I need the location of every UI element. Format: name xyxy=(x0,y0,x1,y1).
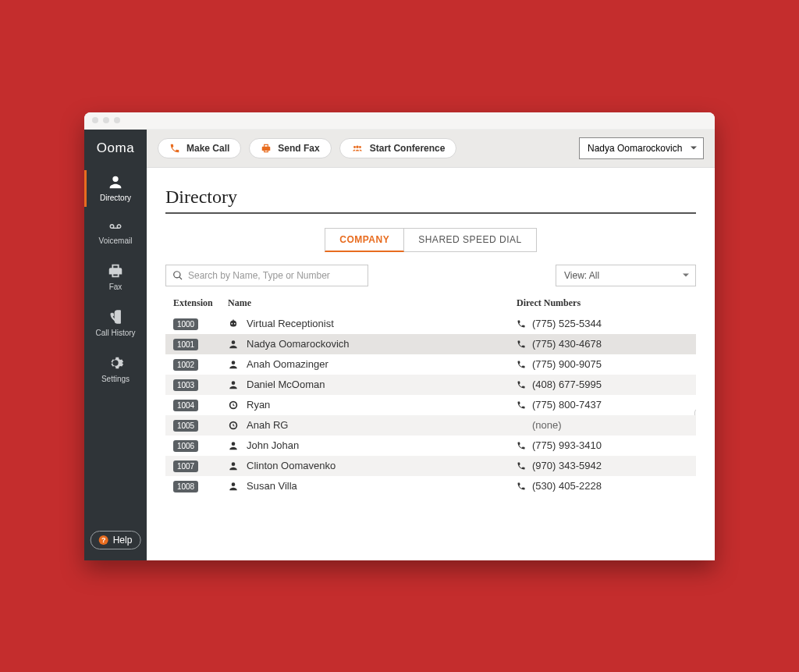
help-label: Help xyxy=(113,535,133,546)
view-filter-dropdown[interactable]: View: All xyxy=(556,265,696,286)
number-cell: (775) 900-9075 xyxy=(517,358,696,370)
name-cell: Virtual Receptionist xyxy=(228,318,517,329)
contact-name: Clinton Oomavenko xyxy=(247,460,336,471)
col-direct-numbers: Direct Numbers xyxy=(517,297,696,309)
fax-icon xyxy=(107,262,124,279)
person-icon xyxy=(228,339,239,350)
extension-badge: 1004 xyxy=(173,400,198,411)
search-icon xyxy=(172,270,183,281)
tab-company[interactable]: COMPANY xyxy=(325,228,404,252)
col-extension: Extension xyxy=(173,297,228,309)
contact-name: Nadya Oomarockovich xyxy=(247,338,350,350)
phone-number: (408) 677-5995 xyxy=(532,379,602,390)
contact-name: Virtual Receptionist xyxy=(247,318,334,329)
tab-shared-speed-dial[interactable]: SHARED SPEED DIAL xyxy=(404,228,537,252)
content: Directory COMPANY SHARED SPEED DIAL View… xyxy=(147,168,715,560)
button-label: Make Call xyxy=(186,143,229,154)
window-titlebar xyxy=(84,112,715,130)
contact-name: John Johan xyxy=(247,439,299,451)
name-cell: John Johan xyxy=(228,439,517,451)
phone-number: (none) xyxy=(532,419,562,431)
sidebar-item-label: Directory xyxy=(100,194,131,202)
gear-icon xyxy=(107,354,124,372)
sidebar-item-directory[interactable]: Directory xyxy=(84,165,147,212)
table-row[interactable]: 1000Virtual Receptionist(775) 525-5344 xyxy=(165,314,696,334)
table-row[interactable]: 1002Anah Oomazinger(775) 900-9075 xyxy=(165,354,696,375)
call-history-icon xyxy=(107,308,124,325)
phone-icon xyxy=(517,360,526,369)
extension-badge: 1005 xyxy=(173,420,198,432)
user-name: Nadya Oomarockovich xyxy=(588,143,682,154)
contact-name: Daniel McOoman xyxy=(247,379,325,390)
phone-number: (775) 993-3410 xyxy=(532,439,602,451)
extension-badge: 1003 xyxy=(173,379,198,391)
directory-tabs: COMPANY SHARED SPEED DIAL xyxy=(165,228,696,252)
table-header: Extension Name Direct Numbers xyxy=(165,294,696,314)
traffic-light-dot xyxy=(114,117,120,123)
directory-table: Extension Name Direct Numbers Call 1000V… xyxy=(165,294,696,560)
phone-icon xyxy=(517,461,526,471)
sidebar-item-label: Call History xyxy=(95,329,135,337)
phone-icon xyxy=(517,400,526,410)
sidebar-item-label: Voicemail xyxy=(99,236,133,245)
number-cell: (775) 800-7437 xyxy=(517,399,696,411)
filter-row: View: All xyxy=(165,265,696,286)
ring-icon xyxy=(228,400,239,411)
name-cell: Nadya Oomarockovich xyxy=(228,338,517,350)
sidebar-item-call-history[interactable]: Call History xyxy=(84,300,147,347)
ring-icon xyxy=(228,420,239,431)
phone-icon xyxy=(517,482,526,491)
number-cell: (775) 993-3410 xyxy=(517,439,696,451)
table-row[interactable]: 1008Susan Villa(530) 405-2228 xyxy=(165,476,696,496)
app-window: Ooma Directory Voicemail Fax Call Histor… xyxy=(84,112,715,560)
main-area: Make Call Send Fax Start Conference Nady… xyxy=(147,130,715,560)
send-fax-button[interactable]: Send Fax xyxy=(249,138,331,158)
table-row[interactable]: 1001Nadya Oomarockovich(775) 430-4678 xyxy=(165,334,696,354)
sidebar-item-settings[interactable]: Settings xyxy=(84,347,147,393)
name-cell: Ryan xyxy=(228,399,517,411)
person-icon xyxy=(228,481,239,492)
contact-name: Anah Oomazinger xyxy=(247,358,328,370)
sidebar-item-label: Fax xyxy=(109,283,123,291)
table-row[interactable]: 1003Daniel McOoman(408) 677-5995 xyxy=(165,375,696,395)
make-call-button[interactable]: Make Call xyxy=(158,138,241,158)
contact-name: Ryan xyxy=(247,399,270,411)
phone-icon xyxy=(517,340,526,349)
number-cell: (775) 430-4678 xyxy=(517,338,696,350)
phone-number: (530) 405-2228 xyxy=(532,480,602,492)
col-name: Name xyxy=(228,297,517,309)
directory-icon xyxy=(107,173,124,190)
extension-badge: 1002 xyxy=(173,359,198,371)
sidebar-item-voicemail[interactable]: Voicemail xyxy=(84,212,147,254)
name-cell: Anah Oomazinger xyxy=(228,358,517,370)
name-cell: Susan Villa xyxy=(228,480,517,492)
extension-badge: 1008 xyxy=(173,481,198,492)
number-cell: (408) 677-5995 xyxy=(517,379,696,390)
sidebar-item-fax[interactable]: Fax xyxy=(84,254,147,300)
phone-icon xyxy=(517,319,526,329)
extension-badge: 1006 xyxy=(173,440,198,452)
extension-badge: 1000 xyxy=(173,318,198,330)
traffic-light-dot xyxy=(103,117,109,123)
button-label: Start Conference xyxy=(370,143,446,154)
help-button[interactable]: ? Help xyxy=(91,531,141,549)
start-conference-button[interactable]: Start Conference xyxy=(339,138,457,158)
person-icon xyxy=(228,379,239,390)
search-box[interactable] xyxy=(165,265,368,286)
table-row[interactable]: 1007Clinton Oomavenko(970) 343-5942 xyxy=(165,456,696,476)
number-cell: (970) 343-5942 xyxy=(517,460,696,471)
phone-icon xyxy=(517,441,526,450)
phone-number: (775) 800-7437 xyxy=(532,399,602,411)
number-cell: (775) 525-5344 xyxy=(517,318,696,329)
name-cell: Clinton Oomavenko xyxy=(228,460,517,471)
user-dropdown[interactable]: Nadya Oomarockovich xyxy=(579,137,704,159)
table-row[interactable]: 1004Ryan(775) 800-7437 xyxy=(165,395,696,415)
toolbar: Make Call Send Fax Start Conference Nady… xyxy=(147,130,715,168)
brand-logo: Ooma xyxy=(97,134,134,165)
fax-icon xyxy=(261,143,272,154)
search-input[interactable] xyxy=(188,270,361,281)
extension-badge: 1007 xyxy=(173,460,198,472)
table-row[interactable]: 1005Anah RG(none) xyxy=(165,415,696,436)
table-body: Call 1000Virtual Receptionist(775) 525-5… xyxy=(165,314,696,496)
table-row[interactable]: 1006John Johan(775) 993-3410 xyxy=(165,436,696,456)
